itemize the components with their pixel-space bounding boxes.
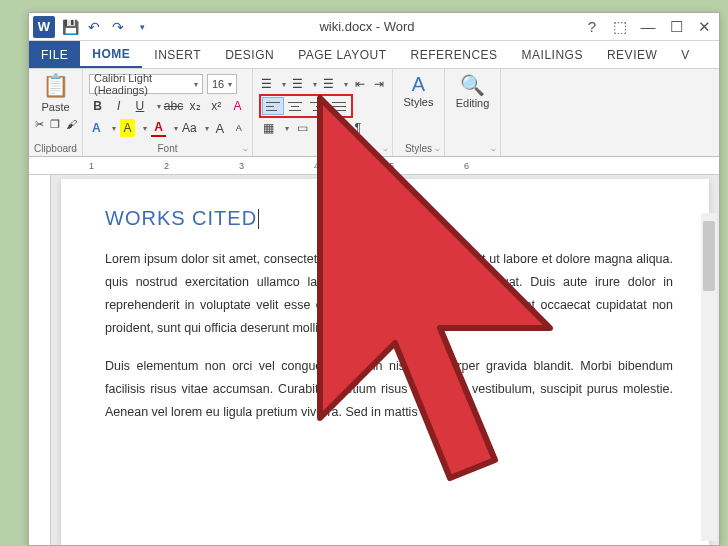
group-editing: 🔍 Editing [445,69,501,156]
font-color-button[interactable]: A [151,119,166,137]
tab-file[interactable]: FILE [29,41,80,68]
format-painter-icon[interactable]: 🖌 [66,118,77,130]
heading-text: WORKS CITED [105,207,257,229]
show-marks-icon[interactable]: ¶ [349,119,367,137]
group-label-font: Font [89,141,246,154]
document-body-p1[interactable]: Lorem ipsum dolor sit amet, consectetur … [105,248,673,341]
vertical-ruler[interactable] [29,175,51,545]
find-icon[interactable]: 🔍 [460,73,485,97]
scrollbar-thumb[interactable] [703,221,715,291]
font-name-value: Calibri Light (Headings) [94,72,190,96]
word-logo-icon: W [33,16,55,38]
tab-view[interactable]: V [669,41,702,68]
ruler-mark: 3 [239,161,244,171]
ruler-mark: 1 [89,161,94,171]
group-paragraph: ☰▾ ☰▾ ☰▾ ⇤ ⇥ ▦▾ ▭▾ ↕ ¶ Pa [253,69,393,156]
styles-icon[interactable]: A [412,73,425,96]
ruler-mark: 4 [314,161,319,171]
highlight-button[interactable]: A [120,119,135,137]
help-icon[interactable]: ? [581,16,603,38]
minimize-icon[interactable]: — [637,16,659,38]
increase-indent-icon[interactable]: ⇥ [371,75,386,93]
text-effects-button[interactable]: A [89,119,104,137]
align-left-button[interactable] [262,97,284,115]
window-controls: ? ⬚ — ☐ ✕ [581,16,715,38]
tab-review[interactable]: REVIEW [595,41,669,68]
document-heading[interactable]: WORKS CITED [105,207,673,230]
ribbon: 📋 Paste ✂ ❐ 🖌 Clipboard Calibri Light (H… [29,69,719,157]
decrease-indent-icon[interactable]: ⇤ [352,75,367,93]
window-title: wiki.docx - Word [153,19,581,34]
group-label-styles: Styles [405,141,432,154]
sort-icon[interactable]: ↕ [327,119,345,137]
borders-icon[interactable]: ▭ [293,119,311,137]
bullets-icon[interactable]: ☰ [259,75,274,93]
align-center-button[interactable] [284,97,306,115]
multilevel-icon[interactable]: ☰ [321,75,336,93]
ribbon-tabs: FILE HOME INSERT DESIGN PAGE LAYOUT REFE… [29,41,719,69]
paste-icon[interactable]: 📋 [42,73,69,99]
word-window: W 💾 ↶ ↷ ▾ wiki.docx - Word ? ⬚ — ☐ ✕ FIL… [28,12,720,546]
redo-icon[interactable]: ↷ [107,16,129,38]
group-styles: A Styles Styles [393,69,445,156]
group-label-paragraph: Pa [259,141,386,154]
document-page[interactable]: WORKS CITED Lorem ipsum dolor sit amet, … [61,179,709,545]
group-font: Calibri Light (Headings)▾ 16▾ B I U ▾ ab… [83,69,253,156]
tab-references[interactable]: REFERENCES [399,41,510,68]
clear-formatting-icon[interactable]: A [229,97,246,115]
group-label-editing [471,141,474,154]
bold-button[interactable]: B [89,97,106,115]
group-label-clipboard: Clipboard [34,141,77,154]
shading-icon[interactable]: ▦ [259,119,277,137]
align-justify-button[interactable] [328,97,350,115]
title-bar: W 💾 ↶ ↷ ▾ wiki.docx - Word ? ⬚ — ☐ ✕ [29,13,719,41]
italic-button[interactable]: I [110,97,127,115]
vertical-scrollbar[interactable] [701,213,717,541]
cut-icon[interactable]: ✂ [35,118,44,131]
strikethrough-button[interactable]: abc [165,97,183,115]
text-cursor [258,209,259,229]
maximize-icon[interactable]: ☐ [665,16,687,38]
editing-button[interactable]: Editing [456,97,490,109]
save-icon[interactable]: 💾 [59,16,81,38]
font-size-combo[interactable]: 16▾ [207,74,237,94]
tab-page-layout[interactable]: PAGE LAYOUT [286,41,398,68]
tab-mailings[interactable]: MAILINGS [510,41,595,68]
change-case-button[interactable]: Aa [182,119,197,137]
undo-icon[interactable]: ↶ [83,16,105,38]
ruler-mark: 6 [464,161,469,171]
grow-font-icon[interactable]: A [213,119,228,137]
quick-access-toolbar: 💾 ↶ ↷ ▾ [59,16,153,38]
group-clipboard: 📋 Paste ✂ ❐ 🖌 Clipboard [29,69,83,156]
ribbon-display-icon[interactable]: ⬚ [609,16,631,38]
horizontal-ruler[interactable]: 1 2 3 4 5 6 [29,157,719,175]
document-body-p2[interactable]: Duis elementum non orci vel congue. Fusc… [105,355,673,424]
underline-button[interactable]: U [131,97,148,115]
close-icon[interactable]: ✕ [693,16,715,38]
document-area: WORKS CITED Lorem ipsum dolor sit amet, … [29,175,719,545]
tab-insert[interactable]: INSERT [142,41,213,68]
tab-home[interactable]: HOME [80,41,142,68]
font-size-value: 16 [212,78,224,90]
copy-icon[interactable]: ❐ [50,118,60,131]
subscript-button[interactable]: x₂ [187,97,204,115]
tab-design[interactable]: DESIGN [213,41,286,68]
shrink-font-icon[interactable]: A [231,119,246,137]
numbering-icon[interactable]: ☰ [290,75,305,93]
superscript-button[interactable]: x² [208,97,225,115]
paste-button[interactable]: Paste [41,101,69,113]
qat-customize-icon[interactable]: ▾ [131,16,153,38]
font-name-combo[interactable]: Calibri Light (Headings)▾ [89,74,203,94]
ruler-mark: 5 [389,161,394,171]
alignment-highlight-box [259,94,353,118]
styles-button[interactable]: Styles [404,96,434,108]
align-right-button[interactable] [306,97,328,115]
ruler-mark: 2 [164,161,169,171]
